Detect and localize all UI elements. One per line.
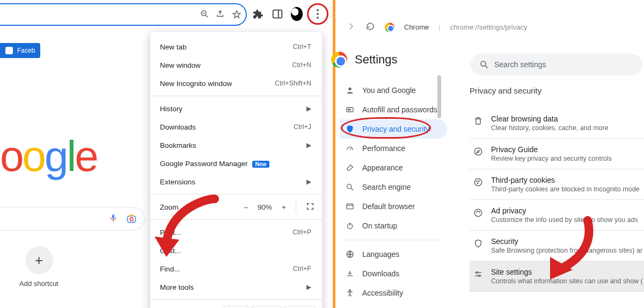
nav-privacy-security[interactable]: Privacy and security xyxy=(340,119,447,139)
nav-performance[interactable]: Performance xyxy=(340,139,447,158)
menu-find[interactable]: Find...Ctrl+F xyxy=(150,260,322,278)
bookmark-label: Faceb xyxy=(17,47,35,54)
power-icon xyxy=(345,221,355,230)
menu-new-window[interactable]: New windowCtrl+N xyxy=(150,56,322,74)
menu-gpm[interactable]: Google Password ManagerNew xyxy=(150,154,322,173)
settings-content: Privacy and security Clear browsing data… xyxy=(470,86,644,292)
menu-zoom: Zoom – 90% + xyxy=(150,198,322,216)
svg-line-20 xyxy=(351,188,353,190)
globe-icon xyxy=(345,250,355,259)
svg-point-32 xyxy=(474,209,482,217)
omnibox[interactable] xyxy=(0,3,247,26)
chrome-menu: New tabCtrl+T New windowCtrl+N New Incog… xyxy=(150,32,322,308)
profile-icon[interactable] xyxy=(291,8,303,20)
bookmarks-bar: Faceb xyxy=(0,42,156,59)
menu-bookmarks[interactable]: Bookmarks▶ xyxy=(150,136,322,154)
bookmark-star-icon[interactable] xyxy=(232,10,241,19)
svg-point-28 xyxy=(474,178,482,186)
add-shortcut[interactable]: + Add shortcut xyxy=(19,246,58,288)
ntp-searchbox[interactable] xyxy=(0,207,145,231)
voice-search-icon[interactable] xyxy=(109,213,118,224)
menu-more-tools[interactable]: More tools▶ xyxy=(150,278,322,296)
card-privacy-guide[interactable]: Privacy GuideReview key privacy and secu… xyxy=(470,139,644,169)
nav-search-engine[interactable]: Search engine xyxy=(340,177,447,197)
svg-rect-21 xyxy=(347,204,353,209)
svg-point-19 xyxy=(347,184,352,189)
reload-icon[interactable] xyxy=(365,22,375,33)
svg-point-9 xyxy=(130,218,133,221)
card-site-settings[interactable]: Site settingsControls what information s… xyxy=(470,261,644,292)
settings-header: Settings xyxy=(341,52,398,68)
fullscreen-icon[interactable] xyxy=(306,202,314,212)
svg-point-27 xyxy=(474,148,482,155)
image-search-icon[interactable] xyxy=(126,213,137,224)
card-security[interactable]: SecuritySafe Browsing (protection from d… xyxy=(470,231,644,261)
menu-cast[interactable]: Cast... xyxy=(150,241,322,260)
menu-new-tab[interactable]: New tabCtrl+T xyxy=(150,38,322,56)
chrome-newtab-pane: Faceb L oogle + Add shortcut New tabCtrl… xyxy=(0,0,333,308)
zoom-out-icon[interactable] xyxy=(200,9,209,20)
bookmark-favicon xyxy=(5,47,13,54)
nav-default-browser[interactable]: Default browser xyxy=(340,197,447,216)
browser-icon xyxy=(345,202,355,211)
bookmark-facebook[interactable]: Faceb xyxy=(0,43,40,58)
nav-appearance[interactable]: Appearance xyxy=(340,158,447,177)
nav-accessibility[interactable]: Accessibility xyxy=(340,283,447,303)
zoom-out-button[interactable]: – xyxy=(244,203,248,211)
nav-languages[interactable]: Languages xyxy=(340,245,447,264)
menu-edit: Edit Cut Copy Paste xyxy=(150,303,322,308)
menu-incognito[interactable]: New Incognito windowCtrl+Shift+N xyxy=(150,74,322,92)
url-scheme: Chrome xyxy=(404,23,429,31)
svg-line-13 xyxy=(485,66,488,68)
menu-print[interactable]: Print...Ctrl+P xyxy=(150,223,322,241)
share-icon[interactable] xyxy=(216,9,225,20)
person-icon xyxy=(345,86,355,95)
shield-icon xyxy=(345,125,355,133)
zoom-value: 90% xyxy=(258,203,272,211)
plus-icon[interactable]: + xyxy=(25,246,53,274)
card-third-party-cookies[interactable]: Third-party cookiesThird-party cookies a… xyxy=(470,169,644,200)
svg-point-26 xyxy=(349,290,351,291)
svg-point-29 xyxy=(477,181,478,182)
svg-point-36 xyxy=(479,275,480,277)
copy-button[interactable]: Copy xyxy=(252,306,281,308)
search-icon xyxy=(479,60,489,69)
ad-icon xyxy=(473,207,484,218)
extensions-icon[interactable] xyxy=(252,8,264,20)
search-settings[interactable]: Search settings xyxy=(471,54,642,75)
menu-downloads[interactable]: DownloadsCtrl+J xyxy=(150,118,322,136)
svg-point-16 xyxy=(348,109,349,110)
accessibility-icon xyxy=(345,289,355,297)
nav-autofill[interactable]: Autofill and passwords xyxy=(340,100,447,119)
toolbar: Chrome | chrome://settings/privacy xyxy=(346,22,527,33)
menu-button[interactable] xyxy=(310,6,325,22)
cut-button[interactable]: Cut xyxy=(224,306,248,308)
menu-extensions[interactable]: Extensions▶ xyxy=(150,173,322,191)
svg-point-30 xyxy=(479,181,480,182)
card-clear-browsing-data[interactable]: Clear browsing dataClear history, cookie… xyxy=(470,108,644,139)
zoom-in-button[interactable]: + xyxy=(282,203,286,211)
svg-line-18 xyxy=(350,148,352,149)
svg-point-12 xyxy=(481,61,486,66)
card-ad-privacy[interactable]: Ad privacyCustomize the info used by sit… xyxy=(470,200,644,231)
url-path[interactable]: chrome://settings/privacy xyxy=(450,23,528,31)
nav-on-startup[interactable]: On startup xyxy=(340,216,447,235)
autofill-icon xyxy=(345,105,355,114)
paste-button[interactable]: Paste xyxy=(284,306,316,308)
settings-title: Settings xyxy=(355,53,398,67)
menu-history[interactable]: History▶ xyxy=(150,99,322,118)
svg-point-34 xyxy=(476,272,478,274)
chrome-icon xyxy=(385,23,394,32)
svg-point-31 xyxy=(478,183,479,184)
forward-icon[interactable] xyxy=(346,22,356,33)
nav-you-and-google[interactable]: You and Google xyxy=(340,81,447,100)
gauge-icon xyxy=(345,144,355,153)
sidepanel-icon[interactable] xyxy=(272,8,283,20)
svg-line-1 xyxy=(206,15,208,17)
settings-nav: You and Google Autofill and passwords Pr… xyxy=(340,81,447,303)
google-logo: oogle xyxy=(0,132,97,181)
chrome-logo-icon xyxy=(331,52,347,68)
brush-icon xyxy=(345,163,355,172)
nav-downloads[interactable]: Downloads xyxy=(340,264,447,283)
trash-icon xyxy=(473,116,484,126)
